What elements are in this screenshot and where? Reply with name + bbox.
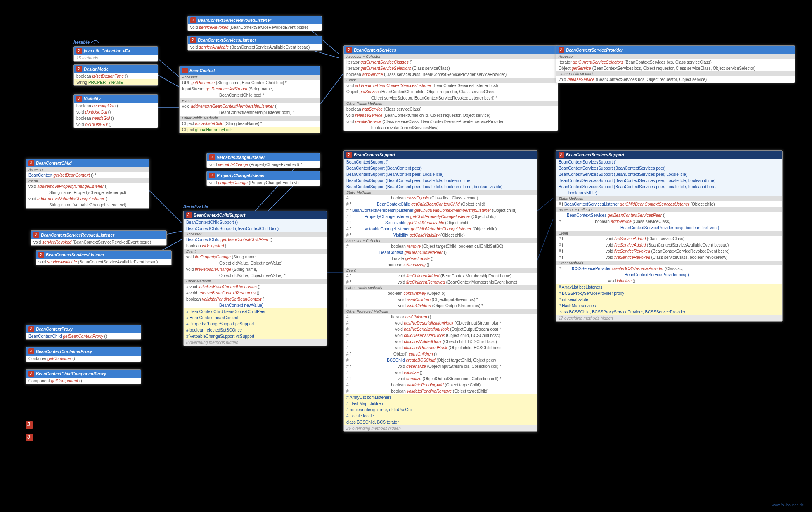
vetoable-box: VetoableChangeListener void vetoableChan… [206, 153, 320, 168]
propchange-box: PropertyChangeListener void propertyChan… [206, 171, 320, 186]
designmode-header: DesignMode [74, 65, 158, 73]
iterable-label: Iterable <T> [73, 40, 99, 45]
java-icon [346, 152, 352, 158]
bcchildsupport-box: BeanContextChildSupport BeanContextChild… [183, 211, 327, 346]
serializable-label: Serializable [183, 204, 208, 209]
bcchild-box: BeanContextChild Accessor BeanContext ge… [26, 159, 149, 209]
java-icon [559, 47, 564, 53]
bcs-listener-top-box: BeanContextServicesListener void service… [187, 36, 322, 51]
java-icon [209, 173, 215, 178]
bccontainerproxy-box: BeanContextContainerProxy Container getC… [26, 347, 141, 362]
beancontext-box: BeanContext Accessor URL getResource (St… [179, 66, 320, 133]
svg-line-5 [318, 74, 343, 107]
java-icon [76, 66, 82, 72]
collection-box: java.util. Collection <E> 15 methods [73, 46, 158, 62]
visibility-header: Visibility [74, 95, 158, 103]
svg-line-4 [310, 50, 339, 58]
designmode-box: DesignMode boolean is/setDesignTime () S… [73, 64, 158, 86]
java-icon [346, 47, 352, 53]
java-icon [28, 326, 34, 332]
java-icon [182, 68, 188, 73]
java-icon [28, 160, 34, 166]
collection-header: java.util. Collection <E> [74, 47, 158, 55]
java-icon [190, 17, 196, 23]
bcserviceprovider-box: BeanContextServiceProvider Accessor Iter… [556, 45, 795, 83]
bcsr-listener-top-box: BeanContextServiceRevokedListener void s… [187, 16, 322, 31]
legend-1: java.beans [26, 421, 69, 430]
java-icon [559, 152, 564, 158]
visibility-box: Visibility boolean avoidingGui () void d… [73, 94, 158, 128]
java-icon [28, 371, 34, 377]
legend-2: java.beans.beancontext [26, 434, 109, 443]
java-icon [26, 421, 33, 429]
java-icon [186, 212, 192, 218]
bcsr-listener-2-box: BeanContextServiceRevokedListener void s… [31, 230, 167, 246]
java-icon [76, 96, 82, 102]
java-icon [76, 48, 82, 54]
bcsupport-box: BeanContextSupport BeanContextSupport ()… [343, 150, 537, 432]
java-icon [190, 37, 196, 43]
credit: www.falkhausen.de [772, 503, 804, 507]
bcproxy-box: BeanContextProxy BeanContextChild getBea… [26, 325, 141, 340]
bcs-listener-2-box: BeanContextServicesListener void service… [36, 250, 172, 265]
java-icon [33, 232, 39, 238]
java-icon [209, 154, 215, 160]
bcservices-box: BeanContextServices Accessor + Collector… [343, 45, 558, 131]
java-icon [38, 252, 44, 258]
svg-line-7 [149, 190, 182, 223]
bcservicessupport-box: BeanContextServicesSupport BeanContextSe… [556, 150, 783, 322]
java-icon [26, 434, 33, 441]
java-icon [28, 348, 34, 354]
bcchildcompproxy-box: BeanContextChildComponentProxy Component… [26, 369, 141, 384]
